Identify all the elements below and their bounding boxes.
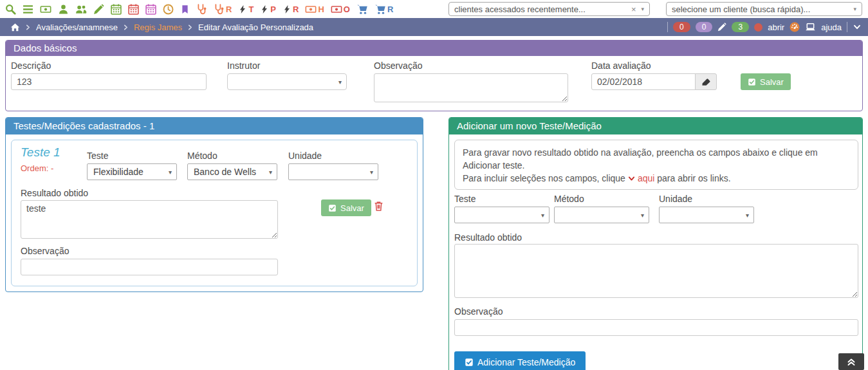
stethoscope-r-icon[interactable]: R: [214, 4, 232, 15]
eraser-icon: [701, 77, 711, 87]
add-test-button[interactable]: Adicionar Teste/Medição: [454, 351, 586, 370]
teste-select[interactable]: Flexibilidade ▾: [87, 163, 177, 180]
new-resultado-textarea[interactable]: [454, 244, 858, 298]
user-icon[interactable]: [58, 4, 69, 15]
chevron-down-red-icon[interactable]: [627, 174, 636, 183]
caret-down-icon[interactable]: ▾: [641, 6, 644, 12]
red-badge[interactable]: 0: [673, 22, 690, 32]
aqui-link[interactable]: aqui: [638, 173, 654, 183]
caret-down-icon[interactable]: ▾: [853, 6, 856, 12]
new-teste-select[interactable]: ▾: [454, 207, 549, 223]
metodo-label: Método: [187, 151, 217, 161]
breadcrumb-actions: 0 0 3 abrir ajuda: [667, 18, 862, 36]
quick-client-search-select[interactable]: selecione um cliente (busca rápida)... ▾: [666, 2, 862, 16]
add-test-panel-title: Adicionar um novo Teste/Medição: [449, 118, 862, 134]
check-square-icon: [465, 358, 474, 367]
clear-date-button[interactable]: [695, 73, 717, 90]
basic-data-title: Dados básicos: [6, 41, 862, 56]
test-observacao-input[interactable]: [21, 259, 278, 275]
new-teste-label: Teste: [454, 194, 476, 204]
laptop-icon[interactable]: [805, 22, 816, 32]
caret-down-icon: ▾: [269, 169, 272, 176]
chevron-right-icon: [187, 24, 194, 31]
home-icon[interactable]: [10, 23, 20, 32]
instrutor-select[interactable]: ▾: [227, 73, 347, 90]
pencil-icon[interactable]: [93, 4, 104, 15]
icon-suffix: T: [248, 5, 254, 14]
chevron-right-icon: [122, 24, 129, 31]
icon-suffix: R: [387, 5, 393, 14]
breadcrumb-item-avaliacoes[interactable]: Avaliações/anamnese: [36, 23, 118, 32]
save-test-button[interactable]: Salvar: [321, 199, 371, 216]
observacao-textarea[interactable]: [374, 73, 568, 102]
cart-r-icon[interactable]: R: [374, 4, 393, 15]
caret-down-icon: ▾: [169, 169, 172, 176]
divider: [847, 22, 847, 32]
metodo-value: Banco de Wells: [194, 167, 256, 177]
new-resultado-label: Resultado obtido: [454, 232, 522, 243]
quick-client-search-value: selecione um cliente (busca rápida)...: [672, 5, 853, 14]
breadcrumb-item-client[interactable]: Regis James: [134, 23, 182, 32]
new-metodo-select[interactable]: ▾: [554, 207, 649, 223]
icon-suffix: P: [270, 5, 276, 14]
pencil-icon[interactable]: [717, 23, 726, 32]
chevron-right-icon: [24, 24, 32, 31]
basic-data-panel: Dados básicos Descrição Instrutor ▾ Obse…: [5, 40, 863, 111]
unidade-label: Unidade: [288, 151, 322, 161]
bookmark-icon[interactable]: [180, 4, 190, 15]
abrir-link[interactable]: abrir: [768, 23, 784, 32]
toolbar-icons: R T P R H O R: [5, 0, 393, 18]
add-test-panel: Adicionar um novo Teste/Medição Para gra…: [448, 117, 863, 370]
ajuda-link[interactable]: ajuda: [821, 23, 842, 32]
new-observacao-input[interactable]: [454, 319, 858, 336]
icon-suffix: H: [318, 5, 324, 14]
metodo-select[interactable]: Banco de Wells ▾: [187, 163, 277, 180]
tachometer-icon[interactable]: [790, 22, 800, 32]
bolt-r-icon[interactable]: R: [282, 4, 299, 15]
resultado-textarea[interactable]: teste: [21, 200, 278, 239]
cart-icon[interactable]: [356, 4, 368, 15]
search-icon[interactable]: [5, 4, 16, 15]
new-metodo-label: Método: [554, 194, 584, 204]
recent-clients-select[interactable]: clientes acessados recentemente... × ▾: [448, 2, 650, 16]
calendar-pink-icon[interactable]: [145, 4, 156, 15]
top-toolbar: R T P R H O R clientes acessados recente…: [0, 0, 868, 18]
new-unidade-select[interactable]: ▾: [659, 207, 754, 223]
scroll-to-top-button[interactable]: [838, 353, 864, 370]
money-bill-icon[interactable]: [40, 4, 51, 15]
calendar-red-icon[interactable]: [128, 4, 139, 15]
users-icon[interactable]: [75, 4, 87, 15]
stethoscope-icon[interactable]: [196, 4, 207, 15]
unidade-select[interactable]: ▾: [288, 163, 378, 180]
bolt-t-icon[interactable]: T: [238, 4, 254, 15]
tests-panel: Testes/Medições cadastrados - 1 Teste 1 …: [5, 117, 423, 292]
resultado-label: Resultado obtido: [21, 188, 88, 198]
caret-down-icon: ▾: [641, 212, 644, 219]
descricao-label: Descrição: [11, 60, 51, 71]
caret-down-icon: ▾: [370, 169, 373, 176]
icon-suffix: R: [293, 5, 299, 14]
instructions-line2-suffix: para abrir os links.: [657, 173, 730, 183]
money-o-icon[interactable]: O: [331, 4, 350, 15]
save-basic-button[interactable]: Salvar: [741, 73, 791, 90]
green-badge[interactable]: 3: [732, 22, 749, 32]
clear-icon[interactable]: ×: [631, 5, 636, 14]
purple-badge[interactable]: 0: [696, 22, 713, 32]
instructions-line1: Para gravar novo resultado obtido na ava…: [463, 147, 818, 171]
icon-suffix: O: [344, 5, 350, 14]
calendar-green-icon[interactable]: [111, 4, 122, 15]
money-h-icon[interactable]: H: [305, 4, 324, 15]
tests-panel-title: Testes/Medições cadastrados - 1: [6, 118, 423, 134]
instructions-line2-prefix: Para incluir seleções nos campos, clique: [463, 173, 625, 183]
data-avaliacao-input[interactable]: [591, 73, 696, 90]
trash-icon[interactable]: [373, 200, 384, 212]
menu-bars-icon[interactable]: [23, 4, 33, 15]
breadcrumb: Avaliações/anamnese Regis James Editar A…: [0, 23, 313, 32]
chevron-down-icon[interactable]: [853, 23, 862, 32]
bolt-p-icon[interactable]: P: [260, 4, 276, 15]
descricao-input[interactable]: [11, 73, 207, 90]
caret-down-icon: ▾: [746, 212, 749, 219]
caret-down-icon: ▾: [338, 79, 342, 86]
clock-icon[interactable]: [163, 4, 174, 15]
breadcrumb-item-current: Editar Avaliação Personalizada: [198, 23, 313, 32]
